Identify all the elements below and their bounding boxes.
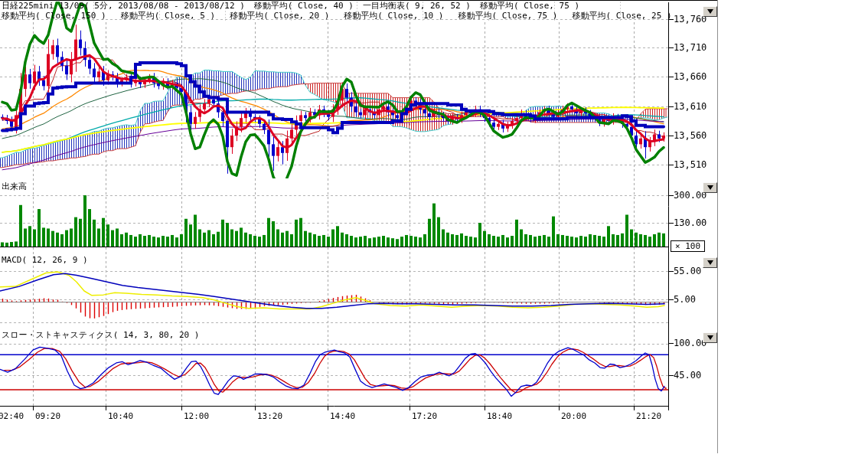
price-tick-13760: 13,760 [674, 14, 706, 25]
time-tick-2000: 20:00 [561, 411, 586, 421]
chart-window: 日経225mini 13/09( 5分, 2013/08/08 - 2013/0… [0, 0, 868, 464]
legend-ma75b: 移動平均( Close, 75 ) [458, 11, 557, 21]
time-tick-1320: 13:20 [257, 411, 282, 421]
legend-ichimoku: 一目均衡表( 9, 26, 52 ) [363, 1, 471, 11]
volume-tick-300: 300.00 [674, 190, 706, 201]
stoch-tick-100: 100.00 [674, 338, 706, 348]
chevron-down-icon [707, 260, 713, 265]
macd-tick-55: 55.00 [674, 266, 701, 276]
time-tick-1040: 10:40 [108, 411, 133, 421]
legend-ma10: 移動平均( Close, 10 ) [344, 11, 443, 21]
chevron-down-icon [707, 185, 713, 190]
legend-ma150: 移動平均( Close, 150 ) [2, 11, 106, 21]
volume-scale-dropdown-button[interactable] [703, 182, 717, 193]
price-scale-dropdown-button[interactable] [703, 6, 717, 17]
legend-ma5: 移動平均( Close, 5 ) [121, 11, 215, 21]
time-tick-1720: 17:20 [412, 411, 437, 421]
macd-scale-dropdown-button[interactable] [703, 257, 717, 268]
chevron-down-icon [707, 335, 713, 340]
volume-multiplier-badge: × 100 [671, 240, 705, 252]
macd-panel-title: MACD( 12, 26, 9 ) [2, 255, 88, 265]
legend-row-2: 移動平均( Close, 150 ) 移動平均( Close, 5 ) 移動平均… [2, 11, 687, 21]
price-tick-13660: 13,660 [674, 71, 706, 82]
legend-ma25: 移動平均( Close, 25 ) [572, 11, 671, 21]
time-tick-0240: 02:40 [0, 411, 24, 421]
price-tick-13710: 13,710 [674, 42, 706, 53]
macd-tick-5: 5.00 [674, 294, 696, 305]
time-tick-1440: 14:40 [330, 411, 355, 421]
stoch-tick-45: 45.00 [674, 370, 701, 381]
volume-tick-130: 130.00 [674, 217, 706, 228]
legend-ma40: 移動平均( Close, 40 ) [254, 1, 354, 11]
stoch-scale-dropdown-button[interactable] [703, 332, 717, 343]
volume-panel-title: 出来高 [2, 181, 27, 191]
chart-canvas[interactable] [0, 0, 868, 464]
time-tick-1200: 12:00 [184, 411, 209, 421]
legend-ma75: 移動平均( Close, 75 ) [480, 1, 579, 11]
price-tick-13510: 13,510 [674, 159, 706, 170]
time-tick-0920: 09:20 [35, 411, 60, 421]
time-tick-2120: 21:20 [636, 411, 661, 421]
price-tick-13610: 13,610 [674, 101, 706, 112]
chevron-down-icon [707, 9, 713, 14]
price-tick-13560: 13,560 [674, 130, 706, 141]
stoch-panel-title: スロー・ストキャスティクス( 14, 3, 80, 20 ) [2, 330, 199, 340]
legend-row-1: 日経225mini 13/09( 5分, 2013/08/08 - 2013/0… [2, 1, 589, 11]
time-tick-1840: 18:40 [487, 411, 512, 421]
legend-ma20: 移動平均( Close, 20 ) [230, 11, 329, 21]
symbol-title: 日経225mini 13/09( 5分, 2013/08/08 - 2013/0… [2, 1, 245, 11]
